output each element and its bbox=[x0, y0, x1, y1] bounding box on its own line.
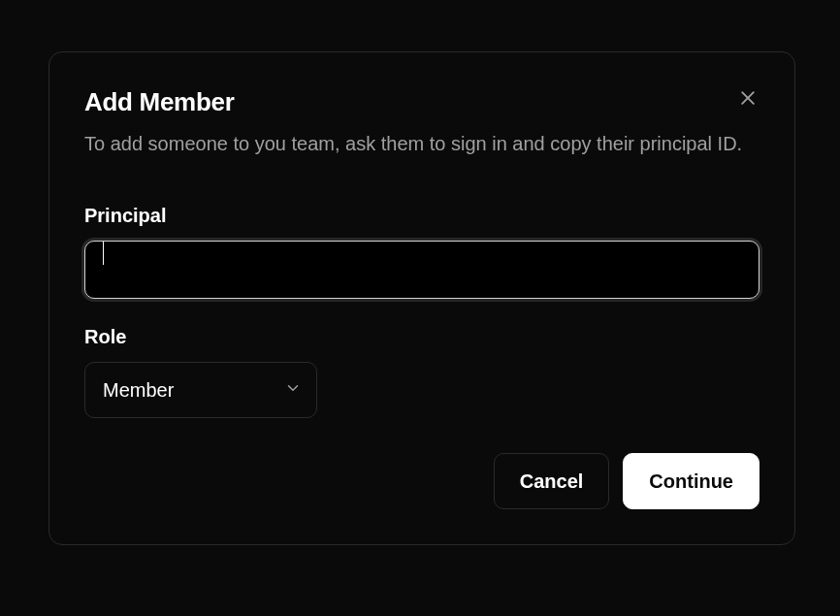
modal-footer: Cancel Continue bbox=[84, 453, 759, 509]
role-label: Role bbox=[84, 326, 759, 348]
principal-input[interactable] bbox=[84, 241, 759, 299]
role-form-group: Role Member bbox=[84, 326, 759, 418]
close-button[interactable] bbox=[734, 85, 761, 113]
role-selected-value: Member bbox=[103, 379, 174, 402]
role-select-wrap: Member bbox=[84, 362, 317, 418]
modal-title: Add Member bbox=[84, 87, 759, 117]
modal-subtitle: To add someone to you team, ask them to … bbox=[84, 129, 759, 158]
principal-form-group: Principal bbox=[84, 205, 759, 299]
text-cursor bbox=[103, 242, 104, 265]
cancel-button[interactable]: Cancel bbox=[494, 453, 610, 509]
principal-label: Principal bbox=[84, 205, 759, 227]
modal-header: Add Member To add someone to you team, a… bbox=[84, 87, 759, 158]
role-select[interactable]: Member bbox=[84, 362, 317, 418]
add-member-modal: Add Member To add someone to you team, a… bbox=[48, 51, 795, 545]
continue-button[interactable]: Continue bbox=[623, 453, 759, 509]
close-icon bbox=[738, 88, 758, 111]
